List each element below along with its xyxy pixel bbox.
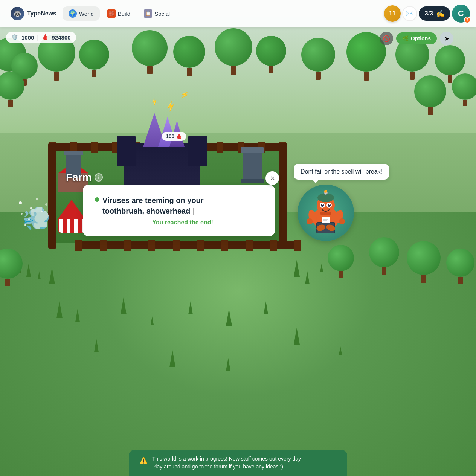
mid-tree-2 [414, 75, 446, 115]
spike-5 [294, 260, 300, 277]
spike-18 [226, 358, 230, 371]
avatar-badge-num: 7 [466, 18, 468, 22]
spike-12 [188, 301, 193, 314]
world-label: World [79, 11, 94, 17]
robot-circle [298, 185, 354, 241]
ground-tree-r2 [369, 237, 399, 275]
typing-card: Viruses are teeming on yourtoothbrush, s… [83, 185, 275, 236]
spike-13 [226, 309, 232, 326]
fence-bottom [75, 241, 301, 249]
nav-build[interactable]: 🧱 Build [101, 6, 136, 21]
spike-6 [305, 271, 310, 284]
spike-10 [121, 298, 127, 314]
nav-badge-gold: 11 [384, 5, 401, 22]
social-icon: 📋 [144, 9, 152, 18]
castle-tower-l [117, 136, 136, 166]
spike-9 [75, 309, 80, 322]
svg-point-17 [339, 218, 345, 224]
world-icon: 🌍 [69, 9, 77, 18]
spike-15 [294, 328, 300, 345]
bg-tree-8 [256, 36, 286, 73]
nav-social[interactable]: 📋 Social [138, 6, 176, 21]
svg-point-11 [322, 204, 323, 205]
bg-tree-9 [301, 38, 335, 80]
blood-value: 924800 [52, 34, 71, 41]
options-button[interactable]: 🌿 Options [396, 32, 437, 44]
svg-point-16 [307, 218, 313, 224]
robot-svg [301, 188, 350, 237]
nav-score-button[interactable]: 3/3 ✍️ [419, 6, 450, 21]
shield-icon: 🛡️ [11, 34, 18, 41]
spike-3 [38, 271, 41, 279]
nav-mail-button[interactable]: ✉️ [402, 6, 417, 21]
bottom-banner: ⚠️ This world is a work in progress! New… [129, 450, 347, 476]
farm-info-button[interactable]: ℹ [95, 173, 103, 182]
circus-tent [58, 200, 85, 233]
build-label: Build [118, 11, 130, 17]
game-world: ⚡ ⚡ ⚡ 💨 [0, 0, 476, 476]
spike-7 [320, 264, 323, 272]
pen-icon: ✍️ [436, 9, 444, 18]
blood-icon: 🩸 [42, 34, 49, 41]
banner-text: This world is a work in progress! New st… [152, 455, 301, 471]
svg-point-6 [324, 190, 327, 193]
logo-emoji: 🦝 [13, 9, 21, 18]
bg-tree-5 [132, 30, 168, 74]
fence-right [279, 143, 287, 245]
badge-number: 11 [389, 10, 396, 17]
fence-left [48, 143, 56, 249]
speech-text: Dont fail or the spell will break! [301, 168, 382, 175]
mid-tree-3 [452, 73, 476, 106]
options-area: 🚫 🌿 Options ➤ [380, 32, 453, 45]
shield-value: 1000 [21, 34, 34, 41]
bg-tree-6 [173, 36, 205, 76]
spike-14 [264, 301, 268, 314]
nav-avatar[interactable]: C 7 [452, 5, 470, 23]
nav-world[interactable]: 🌍 World [63, 6, 100, 21]
logo-icon: 🦝 [11, 7, 24, 20]
mid-tree-1 [0, 72, 24, 107]
score-text: 3/3 [425, 10, 433, 17]
svg-rect-13 [320, 212, 331, 215]
avatar-letter: C [458, 9, 464, 18]
particle-effect: 💨 [23, 205, 51, 232]
logo-text: TypeNews [27, 10, 56, 17]
nav-arrow-button[interactable]: ➤ [440, 32, 453, 45]
text-cursor [193, 208, 194, 215]
nav-logo[interactable]: 🦝 TypeNews [6, 5, 61, 23]
ground-tree-r4 [446, 249, 474, 284]
banner-line1: This world is a work in progress! New st… [152, 455, 301, 463]
options-label: Options [411, 35, 431, 41]
typing-text-content: Viruses are teeming on yourtoothbrush, s… [102, 195, 204, 216]
svg-point-12 [329, 204, 330, 205]
build-icon: 🧱 [107, 9, 116, 18]
typing-dot [95, 197, 99, 202]
ground-tree-r1 [328, 245, 354, 278]
health-indicator: 100 🩸 [162, 132, 186, 141]
speech-bubble: Dont fail or the spell will break! [294, 164, 389, 180]
health-icon: 🩸 [176, 133, 182, 139]
bg-tree-7 [215, 28, 252, 75]
spike-4 [49, 267, 55, 284]
spike-19 [339, 346, 342, 355]
typing-text-row: Viruses are teeming on yourtoothbrush, s… [95, 195, 263, 216]
ground [0, 212, 476, 476]
close-icon: ✕ [270, 175, 275, 182]
spike-2 [26, 264, 31, 277]
navbar: 🦝 TypeNews 🌍 World 🧱 Build 📋 Social 11 ✉… [0, 0, 476, 27]
banner-line2: Play around and go to the forum if you h… [152, 463, 301, 471]
stats-bar: 🛡️ 1000 | 🩸 924800 [6, 32, 76, 43]
close-button[interactable]: ✕ [265, 171, 279, 185]
banner-icon: ⚠️ [139, 456, 148, 466]
watchtower-1 [241, 147, 264, 183]
typing-complete-text: You reached the end! [95, 219, 263, 226]
deny-button[interactable]: 🚫 [380, 32, 393, 45]
spike-8 [56, 301, 63, 318]
health-value: 100 [166, 133, 174, 139]
social-label: Social [154, 11, 170, 17]
spike-11 [151, 316, 154, 325]
spike-17 [169, 350, 175, 367]
farm-label: Farm ℹ [66, 171, 103, 183]
svg-rect-20 [322, 217, 330, 223]
typed-portion: Viruses are teeming on yourtoothbrush, s… [102, 196, 204, 215]
